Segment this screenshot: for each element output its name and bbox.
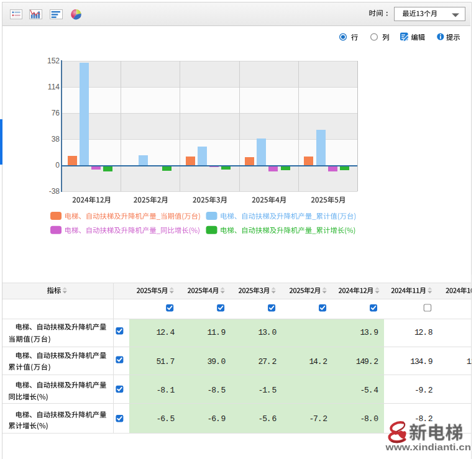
svg-text:www.xindianti.cn: www.xindianti.cn: [385, 442, 471, 452]
